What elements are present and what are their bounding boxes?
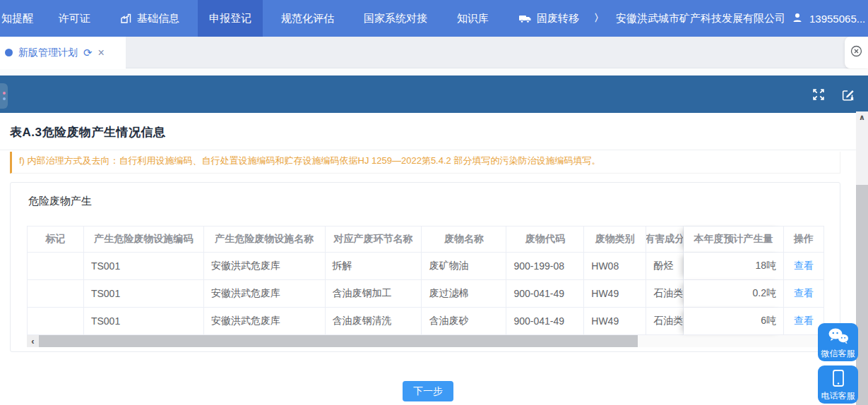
cell-annual-amount: 6吨 <box>684 308 784 335</box>
nav-user-area: 〉 安徽洪武城市矿产科技发展有限公司 13955065... ∨ <box>594 12 868 25</box>
nav-item-standardized-assessment[interactable]: 规范化评估 <box>270 0 345 37</box>
wechat-icon <box>828 323 849 349</box>
truck-icon <box>518 13 532 24</box>
header-waste-code: 废物代码 <box>506 226 584 253</box>
header-annual-amount: 本年度预计产生量 <box>684 226 784 253</box>
cell-waste-name: 废矿物油 <box>422 253 506 280</box>
factory-icon <box>120 13 132 24</box>
cell-waste-category: HW49 <box>584 280 646 308</box>
divider <box>0 69 868 75</box>
table-row: TS001 安徽洪武危废库 含油废钢清洗 含油废砂 900-041-49 HW4… <box>28 308 824 335</box>
nav-menu: 知提醒 许可证 基础信息 申报登记 规范化评估 国家系统对接 知识库 固废转移 <box>0 0 594 37</box>
chevron-up-icon[interactable]: ∧ <box>856 111 868 123</box>
waste-generation-card: 危险废物产生 标记 产生危险废物设施编码 产生危险废物设施名称 对应产废环节名称… <box>10 182 840 352</box>
nav-item-label: 许可证 <box>59 12 90 25</box>
waste-table: 标记 产生危险废物设施编码 产生危险废物设施名称 对应产废环节名称 废物名称 废… <box>27 226 824 335</box>
cell-waste-name: 含油废砂 <box>422 308 506 335</box>
nav-item-notice[interactable]: 知提醒 <box>0 0 40 37</box>
cell-waste-code: 900-041-49 <box>506 308 584 335</box>
cell-waste-name: 废过滤棉 <box>422 280 506 308</box>
cell-facility-code: TS001 <box>84 253 204 280</box>
horizontal-scrollbar-thumb[interactable] <box>39 335 638 347</box>
note-panel: f) 内部治理方式及去向：自行利用设施编码、自行处置设施编码和贮存设施编码依据H… <box>10 152 840 174</box>
cell-facility-code: TS001 <box>84 280 204 308</box>
company-name: 安徽洪武城市矿产科技发展有限公司 <box>616 12 785 25</box>
nav-item-label: 知提醒 <box>1 12 33 25</box>
refresh-icon[interactable]: ⟳ <box>83 47 93 58</box>
chevron-right-icon[interactable]: 〉 <box>594 12 604 25</box>
cell-process-stage: 含油废钢清洗 <box>326 308 422 335</box>
section-title: 危险废物产生 <box>28 195 824 208</box>
dot-icon <box>3 92 6 95</box>
note-text: f) 内部治理方式及去向：自行利用设施编码、自行处置设施编码和贮存设施编码依据H… <box>19 155 600 166</box>
horizontal-scrollbar-track[interactable] <box>39 335 824 347</box>
nav-item-waste-transfer[interactable]: 固废转移 <box>507 0 590 37</box>
nav-item-label: 国家系统对接 <box>364 12 427 25</box>
phone-icon <box>831 365 845 391</box>
fullscreen-icon[interactable] <box>811 87 826 102</box>
cell-facility-name: 安徽洪武危废库 <box>204 308 326 335</box>
service-label: 电话客服 <box>821 391 855 401</box>
header-mark: 标记 <box>28 226 84 253</box>
cell-mark <box>28 308 84 335</box>
cell-annual-amount: 0.2吨 <box>684 280 784 308</box>
user-phone[interactable]: 13955065... <box>809 13 865 25</box>
table-header-row: 标记 产生危险废物设施编码 产生危险废物设施名称 对应产废环节名称 废物名称 废… <box>28 226 824 253</box>
close-circle-icon <box>850 45 862 60</box>
header-waste-category: 废物类别 <box>584 226 646 253</box>
tab-options-button[interactable] <box>845 37 868 68</box>
nav-item-knowledge-base[interactable]: 知识库 <box>446 0 500 37</box>
cell-waste-code: 900-199-08 <box>506 253 584 280</box>
cell-mark <box>28 280 84 308</box>
cell-harmful-component: 石油类 <box>646 280 684 308</box>
close-icon[interactable]: × <box>98 47 105 59</box>
table-row: TS001 安徽洪武危废库 含油废钢加工 废过滤棉 900-041-49 HW4… <box>28 280 824 308</box>
user-icon <box>792 12 803 25</box>
cell-waste-category: HW49 <box>584 308 646 335</box>
cell-harmful-component: 石油类 <box>646 308 684 335</box>
header-facility-code: 产生危险废物设施编码 <box>84 226 204 253</box>
active-tab-dot-icon <box>5 49 13 56</box>
main-content: 表A.3危险废物产生情况信息 f) 内部治理方式及去向：自行利用设施编码、自行处… <box>0 113 856 405</box>
cell-process-stage: 拆解 <box>326 253 422 280</box>
header-harmful-component: 有害成分 <box>646 226 684 253</box>
vertical-scrollbar[interactable]: ∧ <box>856 111 868 405</box>
table-row: TS001 安徽洪武危废库 拆解 废矿物油 900-199-08 HW08 酚烃… <box>28 253 824 280</box>
nav-item-license[interactable]: 许可证 <box>47 0 102 37</box>
tab-bar: 新版管理计划 ⟳ × <box>0 37 868 68</box>
cell-harmful-component: 酚烃 <box>646 253 684 280</box>
chevron-left-icon[interactable]: ‹ <box>27 335 39 347</box>
header-waste-name: 废物名称 <box>422 226 506 253</box>
next-step-button[interactable]: 下一步 <box>403 381 453 401</box>
view-link[interactable]: 查看 <box>784 280 824 308</box>
app-root: 知提醒 许可证 基础信息 申报登记 规范化评估 国家系统对接 知识库 固废转移 … <box>0 0 868 405</box>
cell-facility-code: TS001 <box>84 308 204 335</box>
dot-icon <box>3 97 6 100</box>
nav-item-label: 基础信息 <box>137 12 179 25</box>
header-actions: 操作 <box>784 226 824 253</box>
wechat-service-button[interactable]: 微信客服 <box>818 323 858 361</box>
nav-item-label: 规范化评估 <box>281 12 334 25</box>
side-handle[interactable] <box>0 83 8 109</box>
cell-waste-category: HW08 <box>584 253 646 280</box>
nav-item-basic-info[interactable]: 基础信息 <box>109 0 191 37</box>
header-process-stage: 对应产废环节名称 <box>326 226 422 253</box>
divider <box>0 150 856 150</box>
top-nav: 知提醒 许可证 基础信息 申报登记 规范化评估 国家系统对接 知识库 固废转移 … <box>0 0 868 37</box>
service-label: 微信客服 <box>821 349 855 359</box>
header-facility-name: 产生危险废物设施名称 <box>204 226 326 253</box>
cell-facility-name: 安徽洪武危废库 <box>204 253 326 280</box>
tab-new-management-plan[interactable]: 新版管理计划 ⟳ × <box>0 37 126 68</box>
view-link[interactable]: 查看 <box>784 253 824 280</box>
cell-waste-code: 900-041-49 <box>506 280 584 308</box>
nav-item-label: 固废转移 <box>537 12 579 25</box>
nav-item-national-system[interactable]: 国家系统对接 <box>352 0 439 37</box>
form-toolbar <box>0 75 868 113</box>
cell-facility-name: 安徽洪武危废库 <box>204 280 326 308</box>
nav-item-label: 申报登记 <box>209 12 251 25</box>
phone-service-button[interactable]: 电话客服 <box>818 365 858 404</box>
nav-item-declaration[interactable]: 申报登记 <box>198 0 263 37</box>
horizontal-scrollbar[interactable]: ‹ <box>27 335 824 347</box>
edit-cancel-icon[interactable] <box>840 87 856 102</box>
cell-mark <box>28 253 84 280</box>
